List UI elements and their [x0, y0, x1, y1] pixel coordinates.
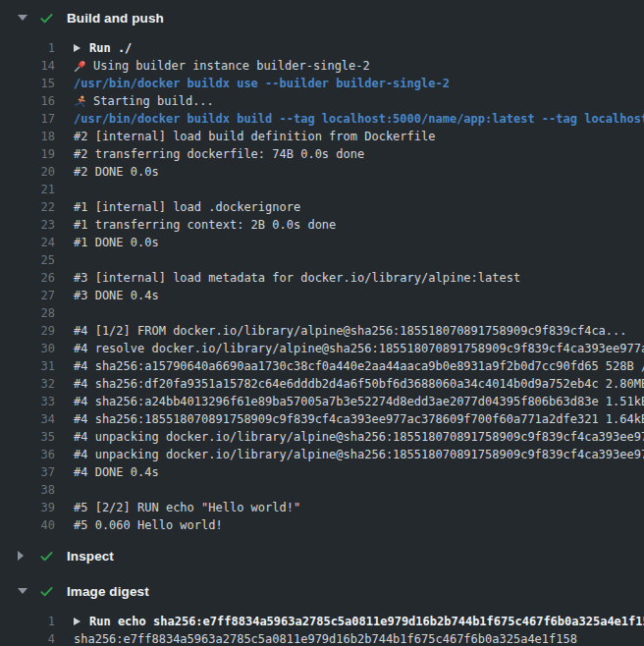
command-text: /usr/bin/docker buildx use --builder bui… [74, 75, 450, 92]
line-number[interactable]: 38 [0, 481, 55, 499]
line-number[interactable]: 34 [0, 410, 55, 428]
log-text: #5 [2/2] RUN echo "Hello world!" [74, 499, 300, 516]
line-number[interactable]: 16 [0, 92, 55, 110]
line-number[interactable]: 23 [0, 216, 55, 234]
line-number[interactable]: 15 [0, 75, 55, 92]
line-text: #4 DONE 0.4s [74, 463, 159, 481]
line-number[interactable]: 35 [0, 428, 55, 446]
log-text: #2 [internal] load build definition from… [74, 128, 435, 145]
log-line: 30#4 resolve docker.io/library/alpine@sh… [0, 340, 644, 357]
line-number[interactable]: 40 [0, 516, 55, 534]
line-text: #4 sha256:a24bb4013296f61e89ba57005a7b3e… [74, 393, 644, 410]
line-number[interactable]: 37 [0, 463, 55, 481]
log-line: 4sha256:e7ff8834a5963a2785c5a0811e979d16… [0, 630, 644, 646]
log-text: #4 unpacking docker.io/library/alpine@sh… [74, 446, 644, 463]
line-number[interactable]: 28 [0, 304, 55, 322]
line-text: #4 resolve docker.io/library/alpine@sha2… [74, 340, 644, 357]
log-line: 31#4 sha256:a15790640a6690aa1730c38cf0a4… [0, 357, 644, 375]
line-text: #1 transferring context: 2B 0.0s done [74, 216, 336, 234]
line-number[interactable]: 26 [0, 269, 55, 287]
line-number[interactable]: 36 [0, 446, 55, 463]
line-text: #4 unpacking docker.io/library/alpine@sh… [74, 446, 644, 463]
line-text: /usr/bin/docker buildx use --builder bui… [74, 75, 450, 92]
log-line: 1Run echo sha256:e7ff8834a5963a2785c5a08… [0, 613, 644, 630]
line-number[interactable]: 17 [0, 110, 55, 128]
log-text: #4 sha256:a15790640a6690aa1730c38cf0a440… [74, 357, 644, 375]
chevron-down-icon[interactable] [18, 15, 27, 21]
line-number[interactable]: 39 [0, 499, 55, 516]
log-line: 15/usr/bin/docker buildx use --builder b… [0, 75, 644, 92]
log-text: #1 DONE 0.0s [74, 234, 159, 251]
line-number[interactable]: 27 [0, 287, 55, 304]
log-text: #5 0.060 Hello world! [74, 516, 223, 534]
log-line: 37#4 DONE 0.4s [0, 463, 644, 481]
log-text: #2 transferring dockerfile: 74B 0.0s don… [74, 145, 364, 163]
check-icon [39, 584, 54, 599]
line-number[interactable]: 1 [0, 613, 55, 630]
log-line: 35#4 unpacking docker.io/library/alpine@… [0, 428, 644, 446]
workflow-log-viewer: Build and push1Run ./14Using builder ins… [0, 0, 644, 646]
section-label: Image digest [67, 584, 149, 599]
line-number[interactable]: 31 [0, 357, 55, 375]
line-text: Run ./ [89, 39, 132, 57]
line-number[interactable]: 24 [0, 234, 55, 251]
line-number[interactable]: 21 [0, 181, 55, 198]
line-text: /usr/bin/docker buildx build --tag local… [74, 110, 644, 128]
log-text: sha256:e7ff8834a5963a2785c5a0811e979d16b… [74, 630, 577, 646]
line-text: Starting build... [93, 92, 214, 110]
log-text: Starting build... [74, 92, 214, 110]
line-number[interactable]: 22 [0, 198, 55, 216]
line-number[interactable]: 20 [0, 163, 55, 181]
line-text: #1 [internal] load .dockerignore [74, 198, 300, 216]
line-text: #4 sha256:185518070891758909c9f839cf4ca3… [74, 410, 644, 428]
log-line: 25 [0, 251, 644, 269]
log-line: 29#4 [1/2] FROM docker.io/library/alpine… [0, 322, 644, 340]
play-icon[interactable] [74, 44, 80, 52]
line-text: sha256:e7ff8834a5963a2785c5a0811e979d16b… [74, 630, 577, 646]
line-number[interactable]: 30 [0, 340, 55, 357]
line-number[interactable]: 4 [0, 630, 55, 646]
log-line: 24#1 DONE 0.0s [0, 234, 644, 251]
line-text: #2 transferring dockerfile: 74B 0.0s don… [74, 145, 364, 163]
run-group-header[interactable]: Run ./ [74, 39, 132, 57]
pushpin-icon [74, 60, 86, 73]
log-line: 14Using builder instance builder-single-… [0, 57, 644, 75]
section-image-digest: Image digest1Run echo sha256:e7ff8834a59… [0, 573, 644, 646]
log-line: 36#4 unpacking docker.io/library/alpine@… [0, 446, 644, 463]
line-text: Using builder instance builder-single-2 [93, 57, 370, 75]
log-line: 20#2 DONE 0.0s [0, 163, 644, 181]
line-text: #4 sha256:a15790640a6690aa1730c38cf0a440… [74, 357, 644, 375]
command-text: /usr/bin/docker buildx build --tag local… [74, 110, 644, 128]
line-number[interactable]: 14 [0, 57, 55, 75]
log-line: 33#4 sha256:a24bb4013296f61e89ba57005a7b… [0, 393, 644, 410]
log-line: 28 [0, 304, 644, 322]
log-line: 22#1 [internal] load .dockerignore [0, 198, 644, 216]
line-number[interactable]: 33 [0, 393, 55, 410]
section-header-build-and-push[interactable]: Build and push [0, 0, 644, 35]
section-label: Build and push [67, 11, 164, 26]
play-icon[interactable] [74, 618, 80, 625]
section-header-inspect[interactable]: Inspect [0, 538, 644, 573]
line-number[interactable]: 25 [0, 251, 55, 269]
line-number[interactable]: 32 [0, 375, 55, 393]
chevron-right-icon[interactable] [18, 551, 24, 561]
log-line: 19#2 transferring dockerfile: 74B 0.0s d… [0, 145, 644, 163]
log-text: #3 DONE 0.4s [74, 287, 159, 304]
check-icon [39, 11, 54, 26]
log-line: 1Run ./ [0, 39, 644, 57]
line-number[interactable]: 29 [0, 322, 55, 340]
log-text: #4 sha256:185518070891758909c9f839cf4ca3… [74, 410, 644, 428]
run-group-header[interactable]: Run echo sha256:e7ff8834a5963a2785c5a081… [74, 613, 644, 630]
log-line: 18#2 [internal] load build definition fr… [0, 128, 644, 145]
chevron-down-icon[interactable] [18, 588, 27, 594]
line-number[interactable]: 18 [0, 128, 55, 145]
line-text: #3 [internal] load metadata for docker.i… [74, 269, 520, 287]
line-text: #1 DONE 0.0s [74, 234, 159, 251]
section-header-image-digest[interactable]: Image digest [0, 573, 644, 609]
section-label: Inspect [67, 549, 114, 564]
line-number[interactable]: 19 [0, 145, 55, 163]
section-build-and-push: Build and push1Run ./14Using builder ins… [0, 0, 644, 538]
section-log-lines: 1Run echo sha256:e7ff8834a5963a2785c5a08… [0, 609, 644, 646]
log-text: #4 DONE 0.4s [74, 463, 159, 481]
line-number[interactable]: 1 [0, 39, 55, 57]
